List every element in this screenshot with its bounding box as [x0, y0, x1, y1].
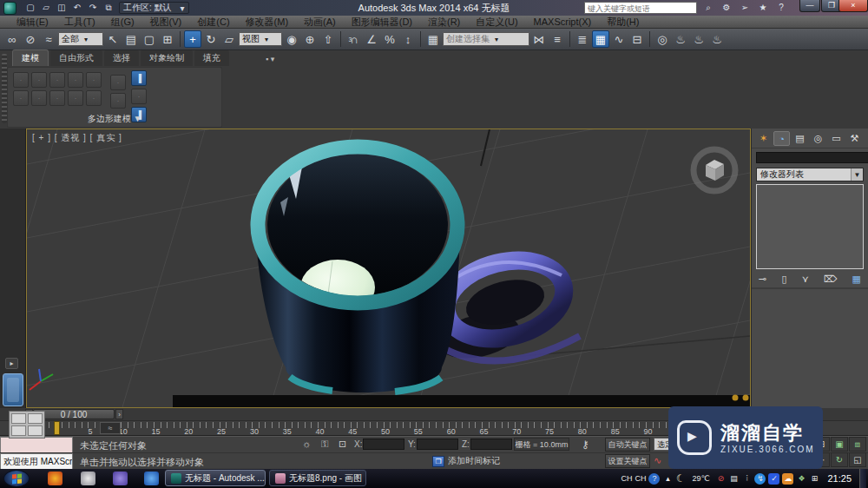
z-coordinate-field[interactable]	[470, 439, 512, 450]
use-pivot-center-icon[interactable]: ◉	[283, 30, 300, 48]
subobject-button[interactable]: ·	[13, 90, 29, 106]
taskbar-clock[interactable]: 21:25	[822, 473, 857, 484]
configure-modifier-sets-icon[interactable]: ▦	[852, 274, 861, 285]
ribbon-button[interactable]: ·	[110, 93, 126, 109]
auto-key-button[interactable]: 自动关键点	[605, 438, 650, 452]
viewport-layout-tab[interactable]	[3, 373, 23, 406]
modifier-list-dropdown[interactable]: 修改器列表 ▼	[756, 168, 864, 181]
communication-icon[interactable]: ➢	[737, 1, 753, 14]
taskbar-window-paint[interactable]: 无标题8.png - 画图	[269, 470, 366, 486]
menu-item[interactable]: 组(G)	[103, 16, 142, 29]
minimize-button[interactable]: —	[799, 0, 820, 12]
mirror-icon[interactable]: ⋈	[530, 30, 548, 48]
object-name-field[interactable]	[756, 152, 868, 163]
network-signal-icon[interactable]: ⫶	[741, 474, 752, 484]
pinned-app-icon[interactable]	[48, 472, 62, 485]
ribbon-button[interactable]: ·	[110, 75, 126, 90]
subobject-button[interactable]: ·	[68, 90, 83, 106]
utilities-tab-icon[interactable]: ⚒	[846, 131, 863, 146]
pinned-app-icon[interactable]	[113, 472, 128, 485]
subobject-button[interactable]: ·	[68, 72, 83, 88]
y-coordinate-field[interactable]	[417, 439, 458, 450]
select-and-scale-icon[interactable]: ▱	[220, 30, 238, 48]
open-file-icon[interactable]: ▱	[39, 2, 53, 14]
isolate-selection-icon[interactable]: ☼	[302, 439, 311, 449]
ribbon-tab[interactable]: 建模	[12, 49, 49, 66]
menu-item[interactable]: 帮助(H)	[599, 16, 647, 29]
ribbon-button[interactable]: ·	[131, 89, 147, 104]
perspective-viewport[interactable]: [ + ] [ 透视 ] [ 真实 ]	[26, 129, 751, 408]
toggle-command-panel-button[interactable]: ▐	[131, 70, 147, 86]
weather-temperature[interactable]: 29℃	[688, 474, 713, 483]
night-mode-icon[interactable]: ☾	[675, 472, 686, 485]
next-frame-button[interactable]: ›	[115, 409, 123, 419]
remove-modifier-icon[interactable]: ⌦	[824, 274, 838, 285]
snaps-toggle-3d-icon[interactable]: 3∩	[345, 30, 362, 48]
search-icon[interactable]: ⌕	[700, 1, 716, 14]
tray-expand-icon[interactable]: ▴	[662, 474, 673, 483]
menu-item[interactable]: 编辑(E)	[9, 16, 56, 29]
percent-snap-icon[interactable]: %	[381, 30, 398, 48]
menu-item[interactable]: 自定义(U)	[468, 16, 525, 29]
set-key-button[interactable]: 设置关键点	[605, 454, 650, 468]
modify-tab-icon[interactable]: ◔	[773, 131, 790, 146]
make-unique-icon[interactable]: ⋎	[802, 274, 809, 285]
angle-snap-icon[interactable]: ∠	[363, 30, 380, 48]
show-end-result-icon[interactable]: ▯	[781, 274, 786, 285]
add-time-tag[interactable]: ❒ 添加时间标记	[432, 455, 500, 467]
redo-icon[interactable]: ↷	[86, 2, 100, 14]
mini-curve-editor-button[interactable]: ≈	[100, 422, 121, 434]
timeline-cursor[interactable]	[54, 421, 60, 435]
select-by-name-icon[interactable]: ▤	[122, 30, 140, 48]
menu-item[interactable]: 渲染(R)	[420, 16, 468, 29]
layer-manager-icon[interactable]: ≣	[574, 30, 591, 48]
bind-to-space-warp-icon[interactable]: ≈	[40, 30, 57, 48]
favorites-icon[interactable]: ★	[755, 1, 771, 14]
muted-speaker-icon[interactable]: ⊘	[715, 474, 726, 483]
thunder-app-icon[interactable]: ↯	[754, 473, 766, 485]
undo-icon[interactable]: ↶	[70, 2, 84, 14]
spinner-snap-icon[interactable]: ↕	[399, 30, 417, 48]
select-and-link-icon[interactable]: ∞	[3, 30, 21, 48]
menu-item[interactable]: 视图(V)	[142, 16, 190, 29]
subobject-button[interactable]: ·	[86, 90, 102, 106]
ribbon-tab[interactable]: 对象绘制	[141, 50, 193, 66]
named-selection-sets-dropdown[interactable]: 创建选择集 ▾	[443, 32, 529, 46]
taskbar-window-3dsmax[interactable]: 无标题 - Autodesk ...	[165, 470, 266, 486]
app-logo-icon[interactable]	[3, 2, 16, 15]
menu-item[interactable]: MAXScript(X)	[526, 16, 600, 27]
fetch-icon[interactable]: ⧉	[102, 2, 115, 14]
maximize-viewport-icon[interactable]: ◱	[849, 452, 866, 467]
cloud-app-icon[interactable]: ☁	[782, 473, 793, 485]
selection-region-icon[interactable]: ▢	[141, 30, 158, 48]
search-field[interactable]	[584, 2, 697, 14]
align-icon[interactable]: ≡	[549, 30, 566, 48]
x-coordinate-field[interactable]	[363, 439, 404, 450]
graphite-ribbon-toggle-icon[interactable]: ▦	[592, 30, 609, 48]
viewport-canvas[interactable]	[27, 129, 750, 407]
render-production-icon[interactable]: ♨	[708, 30, 726, 48]
keyboard-override-icon[interactable]: ⇧	[319, 30, 337, 48]
rendered-frame-icon[interactable]: ♨	[690, 30, 707, 48]
reference-coordinate-dropdown[interactable]: 视图 ▾	[239, 32, 282, 46]
settings-icon[interactable]: ⚙	[719, 1, 734, 14]
new-file-icon[interactable]: ▢	[23, 2, 37, 14]
menu-item[interactable]: 工具(T)	[56, 16, 103, 29]
subobject-button[interactable]: ·	[13, 72, 29, 88]
set-key-key-icon[interactable]: ⚷	[582, 439, 589, 451]
document-tray-icon[interactable]: ▤	[728, 474, 739, 483]
ribbon-tab[interactable]: 自由形式	[50, 50, 102, 66]
selection-filter-dropdown[interactable]: 全部 ▾	[58, 32, 103, 46]
menu-item[interactable]: 修改器(M)	[238, 16, 297, 29]
display-tab-icon[interactable]: ▭	[828, 131, 845, 146]
pinned-app-icon[interactable]	[144, 472, 159, 485]
render-setup-icon[interactable]: ♨	[672, 30, 689, 48]
subobject-button[interactable]: ·	[86, 72, 102, 88]
start-button[interactable]	[3, 470, 30, 487]
subobject-button[interactable]: ·	[31, 90, 47, 106]
subobject-button[interactable]: ·	[31, 72, 47, 88]
select-object-icon[interactable]: ↖	[104, 30, 122, 48]
schematic-view-icon[interactable]: ⊟	[628, 30, 646, 48]
panel-label[interactable]: 多边形建模 ▼	[8, 113, 221, 125]
select-and-move-icon[interactable]: +	[184, 30, 201, 48]
